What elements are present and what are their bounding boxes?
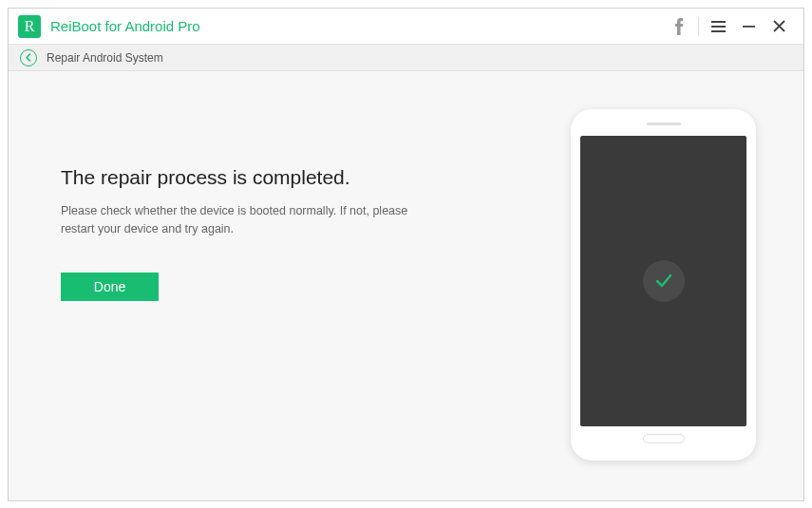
phone-home-button	[643, 434, 685, 443]
phone-body	[571, 109, 756, 461]
breadcrumb-bar: Repair Android System	[9, 45, 803, 71]
app-title: ReiBoot for Android Pro	[50, 18, 664, 34]
titlebar: R ReiBoot for Android Pro	[9, 9, 803, 45]
minimize-icon[interactable]	[733, 11, 764, 42]
app-window: R ReiBoot for Android Pro Repair Android…	[8, 8, 804, 501]
checkmark-circle	[643, 260, 685, 302]
content-area: The repair process is completed. Please …	[9, 71, 803, 500]
titlebar-controls	[664, 11, 794, 42]
divider	[698, 17, 699, 36]
menu-icon[interactable]	[703, 11, 733, 42]
headline: The repair process is completed.	[61, 166, 464, 189]
phone-screen	[580, 136, 746, 426]
breadcrumb-label: Repair Android System	[47, 51, 163, 65]
checkmark-icon	[653, 271, 674, 292]
phone-illustration	[571, 109, 756, 461]
back-button[interactable]	[20, 49, 37, 66]
done-button[interactable]: Done	[61, 273, 159, 301]
app-logo: R	[18, 15, 41, 38]
subtext: Please check whether the device is boote…	[61, 202, 441, 238]
svg-rect-0	[743, 26, 755, 28]
app-logo-letter: R	[25, 18, 35, 35]
phone-speaker	[647, 122, 681, 125]
facebook-icon[interactable]	[664, 11, 694, 42]
left-panel: The repair process is completed. Please …	[9, 71, 464, 500]
close-icon[interactable]	[764, 11, 794, 42]
